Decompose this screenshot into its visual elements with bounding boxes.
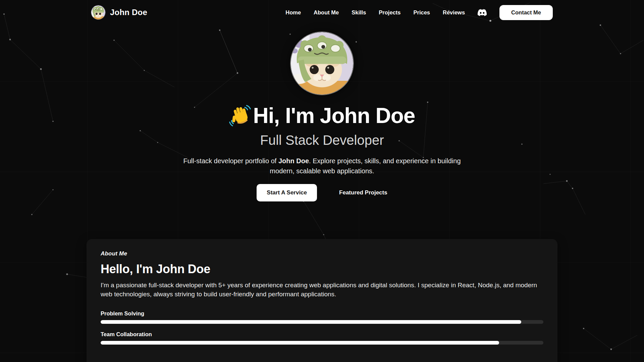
waving-hand-icon [229, 105, 251, 127]
about-heading: Hello, I'm John Doe [101, 262, 543, 276]
nav-link-about-me[interactable]: About Me [314, 9, 339, 16]
hero-section: Hi, I'm John Doe Full Stack Developer Fu… [0, 25, 644, 201]
progress-track [101, 320, 543, 324]
featured-projects-button[interactable]: Featured Projects [339, 189, 387, 196]
nav-link-home[interactable]: Home [285, 9, 301, 16]
hero-heading: Hi, I'm John Doe [229, 104, 415, 127]
about-paragraph: I'm a passionate full-stack developer wi… [101, 281, 543, 299]
hero-cta-row: Start A Service Featured Projects [257, 184, 387, 201]
progress-track [101, 341, 543, 345]
start-a-service-button[interactable]: Start A Service [257, 184, 317, 201]
nav-menu: Home About Me Skills Projects Prices Rev… [285, 5, 553, 20]
navbar: John Doe Home About Me Skills Projects P… [0, 0, 644, 25]
brand-name: John Doe [110, 8, 147, 17]
hero-description: Full-stack developer portfolio of John D… [170, 156, 474, 176]
about-label: About Me [101, 250, 543, 257]
discord-icon[interactable] [478, 8, 487, 17]
progress-fill [101, 341, 499, 345]
hero-description-name: John Doe [278, 157, 309, 165]
skill-problem-solving: Problem Solving [101, 310, 543, 324]
profile-avatar [290, 32, 354, 95]
hero-description-prefix: Full-stack developer portfolio of [183, 157, 278, 165]
progress-fill [101, 320, 521, 324]
brand-logo[interactable]: John Doe [91, 5, 147, 19]
hero-role: Full Stack Developer [260, 133, 384, 148]
contact-me-button[interactable]: Contact Me [499, 5, 553, 20]
nav-link-reviews[interactable]: Reviews [443, 9, 465, 16]
nav-link-prices[interactable]: Prices [413, 9, 430, 16]
about-section-card: About Me Hello, I'm John Doe I'm a passi… [87, 239, 557, 362]
skill-name: Team Collaboration [101, 331, 543, 338]
brand-cat-avatar-icon [91, 5, 105, 19]
nav-link-skills[interactable]: Skills [352, 9, 366, 16]
skill-name: Problem Solving [101, 310, 543, 317]
hero-greeting-text: Hi, I'm John Doe [253, 104, 415, 127]
nav-link-projects[interactable]: Projects [379, 9, 400, 16]
skill-team-collaboration: Team Collaboration [101, 331, 543, 345]
